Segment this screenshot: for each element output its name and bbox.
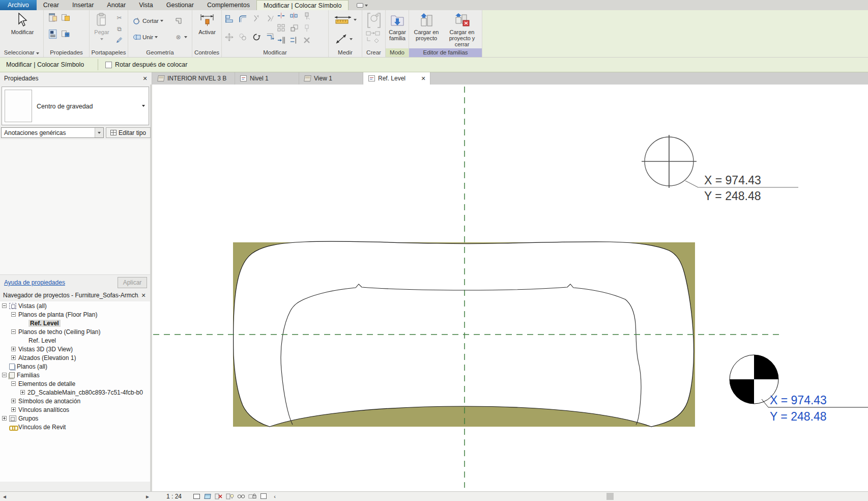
trim-multiple-icon[interactable] — [277, 36, 285, 44]
tab-vista[interactable]: Vista — [132, 0, 160, 10]
close-icon[interactable]: ✕ — [140, 74, 150, 83]
properties-help-link[interactable]: Ayuda de propiedades — [4, 279, 118, 286]
tree-item-2d-scalablemain[interactable]: 2D_ScalableMain_cb80c893-7c51-4fcb-b0 — [0, 388, 150, 397]
split-with-gap-icon[interactable] — [290, 11, 298, 20]
type-properties-icon[interactable] — [62, 30, 70, 38]
type-selector[interactable]: Centro de gravedad — [2, 87, 149, 125]
activate-controls-button[interactable]: Activar — [195, 12, 219, 35]
tab-archivo[interactable]: Archivo — [0, 0, 37, 10]
cg-symbol-crosshair[interactable]: X = 974.43 Y = 248.48 — [642, 135, 798, 203]
pin-icon[interactable] — [302, 11, 311, 20]
properties-palette-icon[interactable] — [49, 13, 57, 22]
tab-insertar[interactable]: Insertar — [66, 0, 100, 10]
split-element-icon[interactable] — [277, 11, 285, 20]
rotate-icon[interactable] — [252, 33, 261, 41]
tree-item-vistas-3d[interactable]: Vistas 3D (3D View) — [0, 345, 150, 353]
tree-item-simbolos-anotacion[interactable]: Símbolos de anotación — [0, 397, 150, 405]
expand-icon[interactable] — [11, 355, 16, 360]
tree-item-vistas[interactable]: Vistas (all) — [0, 301, 150, 310]
family-category-icon[interactable] — [62, 13, 70, 22]
move-icon[interactable] — [225, 33, 234, 41]
cg-symbol-quadrant[interactable]: X = 974.43 Y = 248.48 — [730, 355, 868, 423]
reveal-constraints-icon[interactable] — [237, 492, 245, 500]
tab-anotar[interactable]: Anotar — [100, 0, 132, 10]
collapse-icon[interactable] — [11, 329, 16, 334]
worksharing-display-icon[interactable] — [259, 492, 268, 500]
load-into-project-button[interactable]: Cargar en proyecto — [410, 12, 443, 41]
paste-button[interactable]: Pegar — [92, 12, 112, 41]
sofa-outer-outline[interactable] — [234, 241, 694, 427]
tree-item-familias[interactable]: Familias — [0, 371, 150, 379]
create-group-icon[interactable] — [366, 12, 382, 30]
close-icon[interactable]: ✕ — [139, 291, 148, 300]
tab-modificar-colocar-simbolo[interactable]: Modificar | Colocar Símbolo — [256, 0, 349, 10]
expand-icon[interactable] — [11, 347, 16, 351]
modify-button[interactable]: Modificar — [9, 12, 36, 35]
view-tab-view-1[interactable]: View 1 — [299, 72, 363, 85]
tree-item-planos-all[interactable]: Planos (all) — [0, 362, 150, 371]
trim-extend-single-icon[interactable] — [266, 14, 275, 23]
view-scale-control[interactable]: 1 : 24 — [166, 493, 182, 500]
create-similar-icon[interactable] — [365, 31, 382, 45]
collapse-icon[interactable] — [11, 381, 16, 386]
match-properties-brush-icon[interactable]: 🖉 — [115, 36, 124, 44]
copy-elements-icon[interactable] — [239, 33, 247, 41]
rotate-after-place-checkbox[interactable] — [105, 62, 112, 68]
expand-icon[interactable] — [11, 399, 16, 403]
wall-joins-icon[interactable]: ⊗ — [174, 33, 183, 41]
trim-extend-corner-icon[interactable] — [252, 14, 261, 23]
measure-button[interactable] — [334, 14, 357, 25]
view-tab-nivel-1[interactable]: Nivel 1 — [235, 72, 299, 85]
chevron-left-icon[interactable]: ‹ — [271, 492, 279, 500]
tree-item-ref-level-floor[interactable]: Ref. Level — [0, 319, 150, 327]
tab-complementos[interactable]: Complementos — [200, 0, 256, 10]
expand-icon[interactable] — [11, 407, 16, 412]
view-tab-ref-level[interactable]: Ref. Level ✕ — [363, 72, 430, 85]
family-types-icon[interactable] — [49, 30, 57, 38]
extend-multiple-icon[interactable] — [290, 36, 298, 44]
cut-geometry-button[interactable]: Cortar — [132, 16, 163, 25]
expand-icon[interactable] — [20, 390, 25, 395]
delete-icon[interactable] — [302, 36, 311, 44]
view-tab-interior-nivel-3-b[interactable]: INTERIOR NIVEL 3 B — [153, 72, 235, 85]
scroll-left-icon[interactable]: ◄ — [1, 493, 8, 500]
align-icon[interactable] — [225, 14, 234, 23]
panel-label-seleccionar[interactable]: Seleccionar — [0, 48, 43, 57]
load-into-project-close-button[interactable]: Cargar en proyecto y cerrar — [443, 12, 481, 47]
tree-item-vinculos-revit[interactable]: Vínculos de Revit — [0, 423, 150, 431]
collapse-icon[interactable] — [2, 373, 7, 377]
tab-crear[interactable]: Crear — [37, 0, 66, 10]
ribbon-minimize-toggle[interactable] — [354, 2, 371, 9]
scale-icon[interactable] — [290, 23, 298, 32]
tree-item-alzados[interactable]: Alzados (Elevation 1) — [0, 353, 150, 362]
tree-item-grupos[interactable]: Grupos — [0, 414, 150, 423]
tree-item-planos-planta[interactable]: Planos de planta (Floor Plan) — [0, 310, 150, 319]
dimension-button[interactable] — [335, 33, 353, 46]
fillet-icon[interactable] — [239, 14, 247, 23]
expand-icon[interactable] — [2, 416, 7, 421]
array-icon[interactable] — [277, 23, 285, 32]
collapse-icon[interactable] — [2, 303, 7, 308]
tab-gestionar[interactable]: Gestionar — [160, 0, 200, 10]
properties-filter-combo[interactable]: Anotaciones genéricas — [1, 127, 104, 138]
temporary-hide-isolate-icon[interactable] — [226, 492, 234, 500]
load-family-button[interactable]: Cargar familia — [386, 12, 409, 41]
edit-type-button[interactable]: Editar tipo — [106, 127, 151, 138]
join-geometry-button[interactable]: Unir — [132, 33, 158, 41]
crop-lock-icon[interactable] — [248, 492, 256, 500]
reveal-hidden-elements-icon[interactable] — [215, 492, 223, 500]
unpin-icon[interactable] — [302, 23, 311, 32]
tree-item-vinculos-analiticos[interactable]: Vínculos analíticos — [0, 405, 150, 414]
rotate-after-place-label[interactable]: Rotar después de colocar — [115, 61, 187, 68]
tree-item-planos-techo[interactable]: Planos de techo (Ceiling Plan) — [0, 327, 150, 336]
close-icon[interactable]: ✕ — [419, 74, 428, 83]
collapse-icon[interactable] — [11, 312, 16, 317]
copy-icon[interactable]: ⧉ — [115, 24, 124, 33]
apply-button[interactable]: Aplicar — [118, 277, 147, 288]
coping-icon[interactable] — [174, 16, 183, 25]
combo-dropdown-button[interactable] — [95, 128, 103, 137]
tree-item-elementos-detalle[interactable]: Elementos de detalle — [0, 379, 150, 388]
visual-style-icon[interactable] — [204, 492, 212, 500]
drawing-area[interactable]: X = 974.43 Y = 248.48 X = 974.43 Y = 248… — [152, 85, 868, 491]
show-crop-region-icon[interactable] — [192, 492, 200, 500]
